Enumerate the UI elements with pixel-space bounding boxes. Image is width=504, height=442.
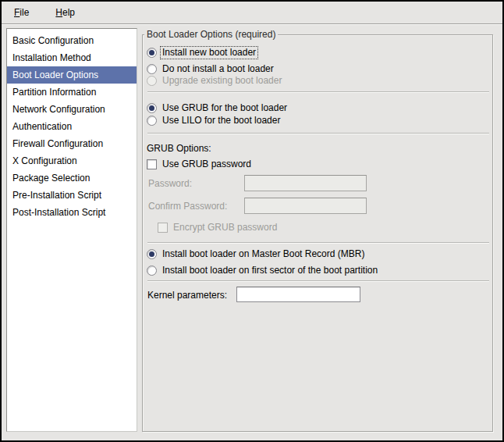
sidebar-item-network-configuration[interactable]: Network Configuration	[7, 101, 137, 118]
radio-install-on-mbr[interactable]	[147, 249, 157, 259]
radio-use-lilo[interactable]	[147, 116, 157, 126]
sidebar-item-authentication[interactable]: Authentication	[7, 118, 137, 135]
separator	[147, 280, 489, 282]
frame-title: Boot Loader Options (required)	[144, 29, 278, 40]
menubar: File Help	[2, 2, 502, 24]
kickstart-configurator-window: File Help Basic Configuration Installati…	[0, 0, 504, 442]
kernel-parameters-label: Kernel parameters:	[147, 290, 227, 301]
password-label: Password:	[148, 178, 192, 190]
radio-install-new-boot-loader[interactable]	[147, 48, 157, 58]
radio-row-upgrade-existing: Upgrade existing boot loader	[147, 74, 282, 87]
category-list: Basic Configuration Installation Method …	[6, 28, 137, 432]
radio-label[interactable]: Use GRUB for the boot loader	[162, 102, 287, 114]
checkbox-label[interactable]: Use GRUB password	[162, 159, 251, 170]
separator	[147, 133, 489, 134]
radio-row-use-lilo[interactable]: Use LILO for the boot loader	[147, 114, 280, 127]
radio-label[interactable]: Use LILO for the boot loader	[162, 115, 280, 127]
checkbox-row-encrypt-grub-password: Encrypt GRUB password	[158, 221, 277, 234]
sidebar-item-partition-information[interactable]: Partition Information	[7, 84, 137, 101]
separator	[147, 242, 489, 244]
sidebar-item-basic-configuration[interactable]: Basic Configuration	[7, 32, 137, 49]
radio-label[interactable]: Install boot loader on Master Boot Recor…	[162, 248, 364, 260]
password-input	[244, 175, 367, 191]
sidebar-item-boot-loader-options[interactable]: Boot Loader Options	[7, 66, 137, 84]
radio-row-install-first-sector[interactable]: Install boot loader on first sector of t…	[147, 264, 378, 277]
radio-row-install-mbr[interactable]: Install boot loader on Master Boot Recor…	[147, 248, 364, 261]
radio-row-install-new[interactable]: Install new boot loader	[147, 46, 258, 59]
confirm-password-input	[244, 198, 367, 214]
grub-options-heading: GRUB Options:	[147, 143, 211, 155]
sidebar-item-installation-method[interactable]: Installation Method	[7, 49, 137, 66]
sidebar-item-firewall-configuration[interactable]: Firewall Configuration	[7, 135, 137, 152]
separator	[147, 91, 489, 93]
radio-label[interactable]: Do not install a boot loader	[162, 63, 274, 75]
radio-label[interactable]: Install boot loader on first sector of t…	[162, 265, 378, 276]
radio-label: Upgrade existing boot loader	[162, 75, 282, 87]
sidebar-item-x-configuration[interactable]: X Configuration	[7, 152, 137, 169]
confirm-password-label: Confirm Password:	[148, 201, 227, 212]
radio-row-use-grub[interactable]: Use GRUB for the boot loader	[147, 102, 287, 115]
radio-upgrade-existing-boot-loader	[147, 76, 157, 86]
checkbox-encrypt-grub-password	[158, 223, 168, 233]
radio-install-on-first-sector[interactable]	[147, 266, 157, 276]
radio-label[interactable]: Install new boot loader	[160, 46, 258, 59]
checkbox-use-grub-password[interactable]	[147, 159, 157, 169]
sidebar-item-package-selection[interactable]: Package Selection	[7, 169, 137, 187]
sidebar-item-pre-installation-script[interactable]: Pre-Installation Script	[7, 187, 137, 204]
sidebar-item-post-installation-script[interactable]: Post-Installation Script	[7, 204, 137, 221]
radio-do-not-install-boot-loader[interactable]	[147, 64, 157, 74]
radio-use-grub[interactable]	[147, 103, 157, 113]
checkbox-label: Encrypt GRUB password	[173, 222, 277, 233]
kernel-parameters-input[interactable]	[236, 287, 360, 302]
menu-file[interactable]: File	[6, 4, 37, 22]
checkbox-row-use-grub-password[interactable]: Use GRUB password	[147, 158, 251, 171]
menu-help[interactable]: Help	[48, 4, 83, 22]
